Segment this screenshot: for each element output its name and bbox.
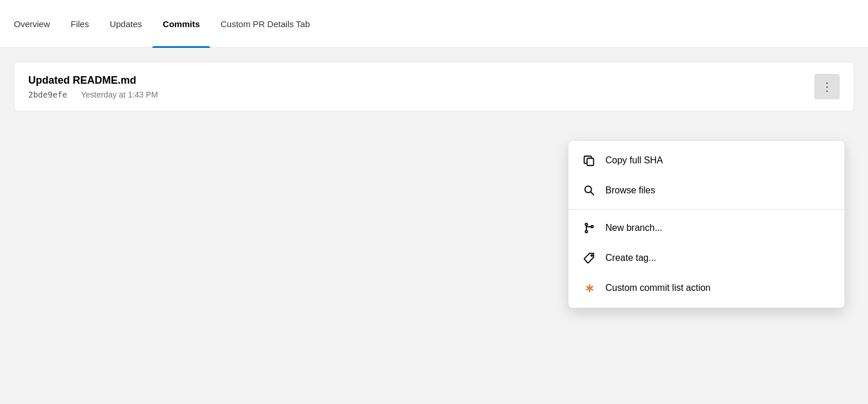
tab-files[interactable]: Files (61, 0, 100, 48)
tab-updates[interactable]: Updates (99, 0, 152, 48)
new-branch-label: New branch... (605, 223, 663, 233)
dropdown-item-copy-sha[interactable]: Copy full SHA (568, 145, 844, 175)
svg-point-1 (585, 186, 592, 193)
browse-files-label: Browse files (605, 185, 655, 196)
dropdown-item-browse-files[interactable]: Browse files (568, 175, 844, 205)
commit-timestamp: Yesterday at 1:43 PM (81, 90, 158, 99)
search-icon (582, 184, 596, 197)
tab-commits[interactable]: Commits (152, 0, 210, 48)
copy-sha-label: Copy full SHA (605, 155, 663, 166)
asterisk-icon: ∗ (582, 281, 596, 295)
copy-icon (582, 154, 596, 167)
tab-overview[interactable]: Overview (14, 0, 61, 48)
more-button[interactable]: ⋮ (814, 74, 840, 99)
custom-action-label: Custom commit list action (605, 283, 710, 293)
dropdown-item-custom-action[interactable]: ∗ Custom commit list action (568, 273, 844, 303)
dropdown-divider (568, 209, 844, 210)
tag-icon (582, 251, 596, 265)
dropdown-item-new-branch[interactable]: New branch... (568, 213, 844, 243)
svg-rect-0 (587, 158, 593, 166)
create-tag-label: Create tag... (605, 253, 656, 263)
dropdown-item-create-tag[interactable]: Create tag... (568, 243, 844, 273)
svg-point-3 (585, 223, 588, 226)
dropdown-menu: Copy full SHA Browse files (568, 140, 845, 308)
main-content: Updated README.md 2bde9efe Yesterday at … (0, 48, 868, 404)
svg-point-6 (591, 255, 593, 256)
nav-tabs: Overview Files Updates Commits Custom PR… (0, 0, 868, 48)
branch-icon (582, 221, 596, 235)
svg-point-4 (585, 230, 588, 233)
commit-sha: 2bde9efe (28, 90, 67, 99)
tab-custom-pr[interactable]: Custom PR Details Tab (210, 0, 320, 48)
svg-line-2 (591, 192, 594, 196)
commit-info: Updated README.md 2bde9efe Yesterday at … (28, 74, 158, 99)
commit-title: Updated README.md (28, 74, 158, 87)
commit-meta: 2bde9efe Yesterday at 1:43 PM (28, 90, 158, 99)
commit-card: Updated README.md 2bde9efe Yesterday at … (14, 62, 854, 111)
